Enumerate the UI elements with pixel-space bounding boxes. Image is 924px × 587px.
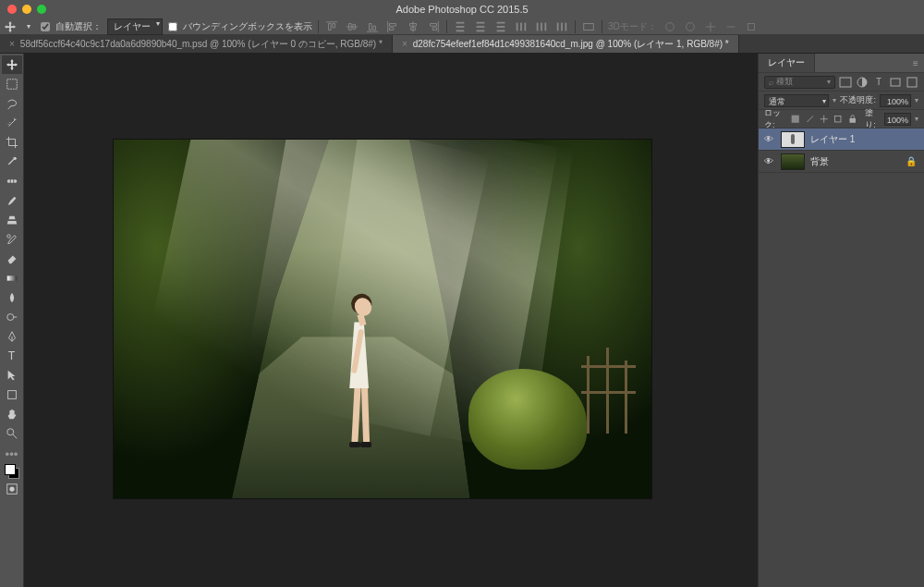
layer-item[interactable]: 👁 背景 🔒: [759, 151, 924, 173]
crop-tool[interactable]: [2, 133, 22, 152]
healing-brush-tool[interactable]: [2, 172, 22, 190]
distribute-hcenter-icon[interactable]: [534, 19, 549, 34]
gradient-tool[interactable]: [2, 269, 22, 287]
blur-tool[interactable]: [2, 288, 22, 307]
layer-thumbnail[interactable]: [781, 131, 805, 148]
shape-tool[interactable]: [2, 385, 22, 404]
magic-wand-tool[interactable]: [2, 114, 22, 132]
document-tab[interactable]: × d28fc754efeef1ef84d1c499381640cd_m.jpg…: [393, 35, 739, 53]
auto-select-mode-dropdown[interactable]: レイヤー: [107, 18, 163, 35]
filter-type-icon[interactable]: T: [872, 76, 885, 89]
align-left-icon[interactable]: [385, 19, 400, 34]
threeD-roll-icon[interactable]: [683, 19, 698, 34]
edit-toolbar-button[interactable]: •••: [2, 448, 22, 459]
app-title: Adobe Photoshop CC 2015.5: [395, 4, 528, 15]
svg-rect-14: [545, 22, 547, 31]
eyedropper-tool[interactable]: [2, 153, 22, 171]
filter-shape-icon[interactable]: [889, 76, 902, 89]
document-tab[interactable]: × 58df56ccf64c40c9c17da0a6d9890b40_m.psd…: [0, 35, 393, 53]
type-tool[interactable]: T: [2, 347, 22, 365]
distribute-vcenter-icon[interactable]: [473, 19, 488, 34]
lasso-tool[interactable]: [2, 94, 22, 113]
auto-align-icon[interactable]: [581, 19, 596, 34]
lock-artboard-icon[interactable]: [833, 113, 843, 126]
visibility-toggle-icon[interactable]: 👁: [762, 156, 775, 166]
path-selection-tool[interactable]: [2, 366, 22, 385]
separator: [602, 20, 602, 33]
align-hcenter-icon[interactable]: [406, 19, 420, 34]
lock-position-paint-icon[interactable]: [805, 113, 815, 126]
svg-rect-23: [6, 179, 17, 183]
svg-rect-5: [477, 30, 485, 31]
opacity-input[interactable]: 100%: [880, 94, 911, 107]
fill-input[interactable]: 100%: [884, 113, 911, 126]
title-bar: Adobe Photoshop CC 2015.5: [0, 0, 924, 18]
marquee-tool[interactable]: [2, 75, 22, 93]
threeD-mode-label: 3Dモード：: [608, 20, 657, 33]
layer-item[interactable]: 👁 レイヤー 1: [759, 128, 924, 151]
color-swatches[interactable]: [5, 460, 19, 479]
eraser-tool[interactable]: [2, 250, 22, 268]
svg-rect-38: [849, 118, 856, 123]
auto-select-checkbox[interactable]: [41, 22, 50, 31]
zoom-tool[interactable]: [2, 424, 22, 443]
brush-tool[interactable]: [2, 191, 22, 210]
threeD-pan-icon[interactable]: [703, 19, 718, 34]
distribute-top-icon[interactable]: [453, 19, 468, 34]
layer-filter-dropdown[interactable]: ⌕ 種類 ▾: [764, 76, 835, 89]
layer-name[interactable]: 背景: [810, 155, 829, 168]
pen-tool[interactable]: [2, 327, 22, 346]
align-vcenter-icon[interactable]: [345, 19, 359, 34]
threeD-orbit-icon[interactable]: [663, 19, 677, 34]
align-bottom-icon[interactable]: [365, 19, 380, 34]
bbox-label: バウンディングボックスを表示: [183, 20, 312, 33]
dodge-tool[interactable]: [2, 308, 22, 326]
distribute-right-icon[interactable]: [554, 19, 569, 34]
foreground-color-swatch[interactable]: [5, 464, 16, 475]
threeD-scale-icon[interactable]: [744, 19, 759, 34]
close-window-button[interactable]: [7, 5, 17, 14]
search-icon: ⌕: [769, 78, 773, 87]
close-tab-icon[interactable]: ×: [9, 39, 15, 49]
minimize-window-button[interactable]: [22, 5, 31, 14]
move-tool[interactable]: [2, 55, 22, 74]
layer-filter-row: ⌕ 種類 ▾ T: [759, 72, 924, 91]
distribute-left-icon[interactable]: [514, 19, 529, 34]
chevron-down-icon[interactable]: ▾: [22, 20, 35, 33]
canvas-area[interactable]: [24, 54, 758, 587]
bbox-checkbox[interactable]: [168, 22, 177, 31]
close-tab-icon[interactable]: ×: [402, 39, 407, 49]
history-brush-tool[interactable]: [2, 230, 22, 249]
document-canvas[interactable]: [114, 140, 651, 498]
zoom-window-button[interactable]: [37, 5, 46, 14]
blend-mode-row: 通常 ▾ 不透明度: 100% ▾: [759, 91, 924, 109]
blend-mode-dropdown[interactable]: 通常: [764, 94, 829, 107]
svg-point-29: [6, 429, 13, 435]
chevron-down-icon[interactable]: ▾: [915, 115, 918, 123]
threeD-slide-icon[interactable]: [723, 19, 738, 34]
chevron-down-icon[interactable]: ▾: [915, 96, 918, 104]
svg-rect-0: [456, 21, 465, 23]
svg-point-24: [6, 235, 10, 238]
svg-rect-34: [891, 79, 900, 86]
filter-smartobject-icon[interactable]: [906, 76, 918, 89]
align-right-icon[interactable]: [426, 19, 441, 34]
visibility-toggle-icon[interactable]: 👁: [762, 134, 775, 144]
lock-all-icon[interactable]: [847, 113, 857, 126]
panel-menu-icon[interactable]: ≡: [907, 58, 924, 68]
lock-pixels-icon[interactable]: [790, 113, 800, 126]
svg-rect-18: [584, 23, 594, 30]
window-controls: [0, 5, 46, 14]
distribute-bottom-icon[interactable]: [493, 19, 508, 34]
layers-panel-tab[interactable]: レイヤー: [759, 54, 815, 72]
layer-thumbnail[interactable]: [781, 153, 805, 170]
clone-stamp-tool[interactable]: [2, 211, 22, 229]
layer-name[interactable]: レイヤー 1: [810, 133, 855, 146]
quick-mask-button[interactable]: [2, 480, 22, 498]
align-top-icon[interactable]: [324, 19, 339, 34]
filter-adjustment-icon[interactable]: [856, 76, 869, 89]
hand-tool[interactable]: [2, 405, 22, 423]
lock-position-icon[interactable]: [819, 113, 829, 126]
filter-image-icon[interactable]: [839, 76, 852, 89]
svg-rect-35: [907, 78, 917, 87]
